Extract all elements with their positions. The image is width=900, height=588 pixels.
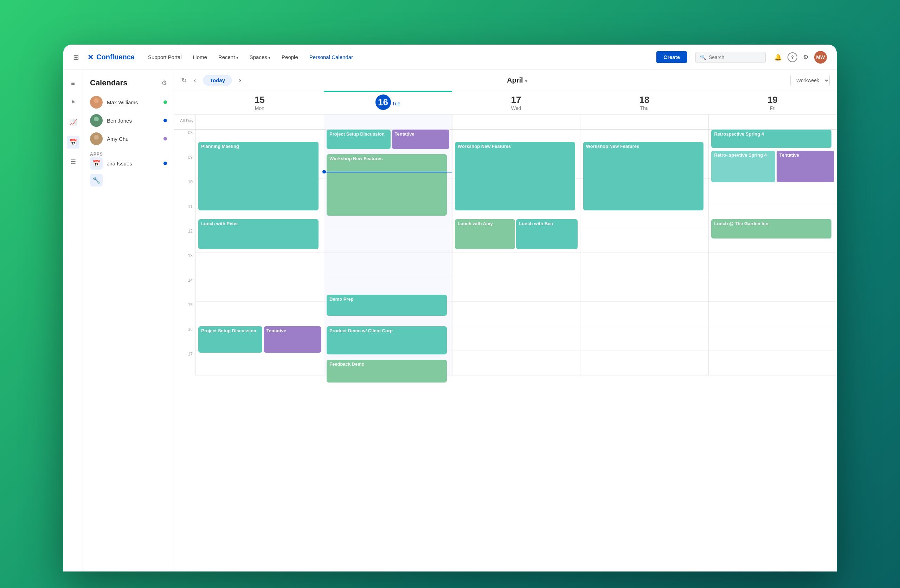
svg-point-5 — [93, 139, 100, 145]
day-body-thu[interactable]: Workshop New Features — [580, 130, 708, 376]
calendar-main: ↻ ‹ Today › April ▾ Workweek Week Month … — [174, 70, 837, 571]
event-lunch-ben[interactable]: Lunch with Ben — [516, 219, 577, 249]
nav-icons: 🔔 ? ⚙ MW — [774, 51, 827, 63]
event-demo-prep[interactable]: Demo Prep — [327, 295, 447, 316]
help-icon[interactable]: ? — [787, 52, 798, 62]
main-content: ≡ ❝ 📈 📅 ☰ Calendars ⚙ Max Williams — [63, 70, 837, 571]
event-retro-fri-top[interactable]: Retrospective Spring 4 — [711, 130, 832, 148]
sidebar-icon-chart[interactable]: 📈 — [67, 116, 79, 129]
sidebar-icon-calendar[interactable]: 📅 — [67, 136, 79, 149]
view-select[interactable]: Workweek Week Month Day — [790, 75, 830, 86]
calendar-month: April ▾ — [248, 76, 786, 84]
current-time-indicator — [324, 172, 452, 172]
event-lunch-amy[interactable]: Lunch with Amy — [455, 219, 515, 249]
app-jira-list[interactable]: 🔧 — [90, 174, 167, 187]
avatar-max-williams — [90, 96, 102, 108]
event-workshop-thu[interactable]: Workshop New Features — [583, 142, 703, 210]
dot-max-williams — [163, 101, 167, 104]
search-box[interactable]: 🔍 — [695, 52, 766, 62]
sidebar-icon-menu[interactable]: ≡ — [67, 77, 79, 90]
user-avatar[interactable]: MW — [814, 51, 827, 63]
notifications-icon[interactable]: 🔔 — [774, 53, 782, 61]
person-amy-chu[interactable]: Amy Chu — [90, 132, 167, 145]
event-planning-meeting[interactable]: Planning Meeting — [198, 142, 318, 210]
sidebar-icon-list[interactable]: ☰ — [67, 156, 79, 168]
today-button[interactable]: Today — [203, 75, 232, 86]
nav-links: Support Portal Home Recent Spaces People… — [143, 52, 648, 62]
event-feedback-demo[interactable]: Feedback Demo — [327, 360, 447, 382]
time-08: 08 — [174, 130, 196, 154]
settings-icon[interactable]: ⚙ — [803, 53, 808, 61]
allday-mon[interactable] — [196, 115, 324, 129]
create-button[interactable]: Create — [656, 51, 687, 63]
event-lunch-peter[interactable]: Lunch with Peter — [198, 219, 318, 249]
allday-label: All Day — [174, 115, 196, 129]
calendars-settings-icon[interactable]: ⚙ — [161, 79, 167, 87]
prev-button[interactable]: ‹ — [191, 75, 199, 85]
nav-spaces[interactable]: Spaces — [245, 52, 275, 62]
time-09: 09 — [174, 154, 196, 179]
next-button[interactable]: › — [236, 75, 244, 85]
event-lunch-garden[interactable]: Lunch @ The Garden Inn — [711, 219, 832, 238]
day-header-row: 15 Mon 16 Tue 17 Wed 18 Thu 19 — [174, 91, 837, 115]
time-15: 15 — [174, 302, 196, 326]
time-11: 11 — [174, 203, 196, 228]
allday-tue[interactable] — [324, 115, 452, 129]
nav-home[interactable]: Home — [188, 52, 212, 62]
event-workshop-tue[interactable]: Workshop New Features — [327, 154, 447, 216]
confluence-logo-icon: ✕ — [87, 53, 93, 62]
allday-thu[interactable] — [580, 115, 708, 129]
person-max-williams[interactable]: Max Williams — [90, 96, 167, 108]
allday-row: All Day — [174, 115, 837, 130]
nav-personal-calendar[interactable]: Personal Calendar — [304, 52, 358, 62]
app-jira-issues-label: Jira Issues — [107, 161, 132, 167]
event-project-setup-mon[interactable]: Project Setup Discussion — [198, 326, 262, 353]
day-body-mon[interactable]: Planning Meeting Lunch with Peter Projec… — [196, 130, 324, 376]
apps-grid-icon[interactable]: ⊞ — [73, 53, 79, 62]
day-body-tue[interactable]: Project Setup Discussion Tentative Works… — [324, 130, 452, 376]
nav-recent[interactable]: Recent — [213, 52, 243, 62]
allday-fri[interactable] — [708, 115, 837, 129]
day-header-fri: 19 Fri — [708, 91, 837, 115]
event-tentative-tue[interactable]: Tentative — [392, 130, 450, 149]
sidebar-icon-quote[interactable]: ❝ — [67, 97, 79, 109]
person-ben-jones[interactable]: Ben Jones — [90, 114, 167, 127]
svg-point-3 — [93, 121, 100, 127]
confluence-logo[interactable]: ✕ Confluence — [87, 53, 135, 62]
svg-point-0 — [94, 98, 99, 103]
time-13: 13 — [174, 252, 196, 277]
event-workshop-wed[interactable]: Workshop New Features — [455, 142, 575, 210]
name-ben-jones: Ben Jones — [107, 118, 159, 124]
calendar-toolbar: ↻ ‹ Today › April ▾ Workweek Week Month … — [174, 70, 837, 91]
time-12: 12 — [174, 228, 196, 252]
time-14: 14 — [174, 277, 196, 302]
event-project-setup-tue[interactable]: Project Setup Discussion — [327, 130, 391, 149]
day-body-wed[interactable]: Workshop New Features Lunch with Amy Lun… — [452, 130, 580, 376]
day-header-wed: 17 Wed — [452, 91, 580, 115]
event-tentative-fri[interactable]: Tentative — [777, 151, 834, 182]
search-input[interactable] — [709, 54, 761, 60]
time-column: 08 09 10 11 12 13 14 15 16 17 — [174, 130, 196, 376]
name-amy-chu: Amy Chu — [107, 136, 159, 142]
refresh-button[interactable]: ↻ — [182, 77, 187, 84]
allday-wed[interactable] — [452, 115, 580, 129]
avatar-ben-jones — [90, 114, 102, 127]
calendar-grid-scroll[interactable]: 08 09 10 11 12 13 14 15 16 17 — [174, 130, 837, 571]
nav-people[interactable]: People — [277, 52, 303, 62]
calendars-sidebar-header: Calendars ⚙ — [90, 78, 167, 87]
svg-point-1 — [93, 103, 100, 108]
day-header-thu: 18 Thu — [580, 91, 708, 115]
app-jira-calendar[interactable]: 📅 Jira Issues — [90, 157, 167, 170]
event-product-demo[interactable]: Product Demo w/ Client Corp — [327, 326, 447, 354]
calendars-title: Calendars — [90, 78, 127, 87]
event-tentative-mon[interactable]: Tentative — [264, 326, 321, 353]
apps-section-label: APPS — [90, 152, 103, 157]
calendars-sidebar: Calendars ⚙ Max Williams Ben Jones — [83, 70, 174, 571]
dot-ben-jones — [163, 119, 167, 122]
jira-list-icon: 🔧 — [90, 174, 102, 187]
event-retro-fri2[interactable]: Retro- spevtive Spring 4 — [711, 151, 775, 182]
day-body-fri[interactable]: Retrospective Spring 4 Retro- spevtive S… — [708, 130, 837, 376]
svg-point-2 — [94, 117, 99, 122]
nav-support-portal[interactable]: Support Portal — [143, 52, 187, 62]
name-max-williams: Max Williams — [107, 99, 159, 105]
